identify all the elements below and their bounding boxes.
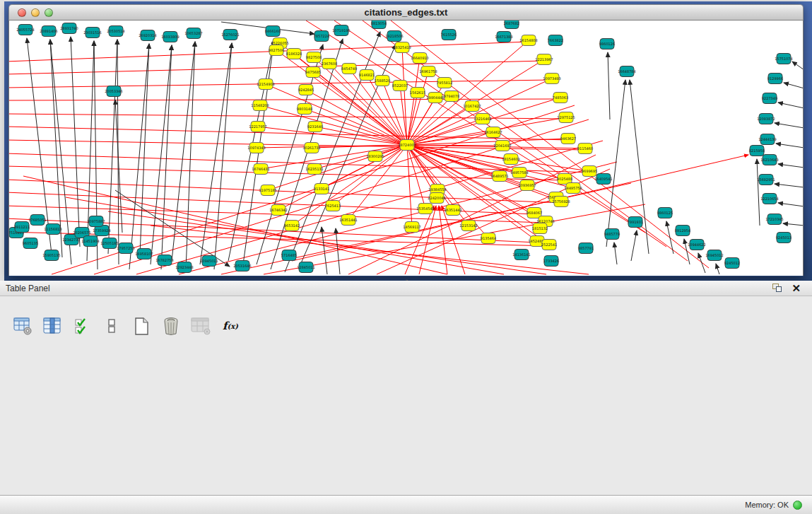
close-panel-icon[interactable]: ✕ <box>792 282 801 295</box>
graph-node[interactable]: 16782753 <box>155 255 173 266</box>
graph-node[interactable]: 8215958 <box>749 146 765 156</box>
graph-node[interactable]: 10974343 <box>247 143 265 153</box>
graph-node[interactable]: 22420046 <box>428 193 445 204</box>
graph-node[interactable]: 10653287 <box>184 28 202 39</box>
graph-node[interactable]: 9146821 <box>359 70 375 81</box>
graph-node[interactable]: 18724007 <box>398 140 416 151</box>
graph-node[interactable]: 10973493 <box>543 74 560 84</box>
graph-node[interactable]: 8186328 <box>286 49 302 59</box>
graph-node[interactable]: 1588520 <box>375 76 390 86</box>
graph-node[interactable]: 11451904 <box>81 236 99 247</box>
graph-node[interactable]: 9133141 <box>314 184 329 194</box>
graph-node[interactable]: 8522037 <box>392 81 408 91</box>
graph-node[interactable]: 15692951 <box>757 175 775 185</box>
graph-node[interactable]: 9605135 <box>23 238 38 249</box>
graph-node[interactable]: 16746342 <box>269 205 287 216</box>
graph-node[interactable]: 15751074 <box>775 54 792 64</box>
graph-node[interactable]: 11156813 <box>44 224 61 235</box>
float-panel-icon[interactable] <box>772 284 782 293</box>
graph-node[interactable]: 13216461 <box>473 114 491 124</box>
graph-node[interactable]: 12444139 <box>758 134 776 145</box>
graph-node[interactable]: 16945012 <box>705 250 723 261</box>
graph-node[interactable]: 9827506 <box>269 45 284 56</box>
graph-node[interactable]: 14495758 <box>564 183 582 194</box>
graph-node[interactable]: 8813054 <box>371 21 387 29</box>
graph-node[interactable]: 12505185 <box>100 238 118 249</box>
row-view-icon[interactable] <box>102 316 122 336</box>
graph-node[interactable]: 9227349 <box>762 93 777 104</box>
graph-node[interactable]: 16154808 <box>519 35 537 46</box>
table-mode-icon[interactable] <box>13 316 33 336</box>
graph-node[interactable]: 20053346 <box>105 86 122 97</box>
graph-node[interactable]: 18300295 <box>366 151 384 162</box>
graph-node[interactable]: 9129966 <box>767 74 783 84</box>
graph-node[interactable]: 19904448 <box>426 93 444 103</box>
graph-node[interactable]: 8912954 <box>675 226 690 236</box>
graph-node[interactable]: 9857791 <box>578 243 594 254</box>
graph-node[interactable]: 10936957 <box>518 180 536 191</box>
graph-node[interactable]: 15276021 <box>221 30 239 40</box>
graph-node[interactable]: 16409541 <box>594 174 612 185</box>
graph-node[interactable]: 1815132 <box>532 223 548 234</box>
graph-node[interactable]: 30261731 <box>302 143 320 153</box>
graph-node[interactable]: 14569117 <box>403 222 420 233</box>
graph-node[interactable]: 17210345 <box>765 214 783 225</box>
graph-node[interactable]: 9794078 <box>444 91 459 102</box>
graph-node[interactable]: 9242845 <box>298 85 314 95</box>
graph-node[interactable]: 16351441 <box>339 215 357 226</box>
graph-node[interactable]: 9231640 <box>307 122 323 132</box>
new-column-icon[interactable] <box>131 316 151 336</box>
graph-node[interactable]: 30975887 <box>87 216 105 227</box>
graph-node[interactable]: 9485779 <box>604 229 620 240</box>
graph-node[interactable]: 16958107 <box>135 249 153 259</box>
graph-node[interactable]: 1733426 <box>543 256 559 267</box>
graph-node[interactable]: 22041697 <box>493 141 511 151</box>
graph-node[interactable]: 16640910 <box>411 53 428 64</box>
graph-node[interactable]: 7857224 <box>314 31 329 42</box>
graph-node[interactable]: 9803148 <box>297 104 312 115</box>
graph-node[interactable]: 16351442 <box>444 205 461 216</box>
graph-node[interactable]: 9463627 <box>560 134 576 144</box>
graph-node[interactable]: 9135464 <box>481 233 496 244</box>
graph-node[interactable]: 16164627 <box>484 127 502 138</box>
graph-node[interactable]: 1562615 <box>410 88 425 98</box>
graph-node[interactable]: 10719195 <box>332 25 350 36</box>
graph-node[interactable]: 9860125 <box>657 208 673 218</box>
graph-node[interactable]: 10944622 <box>688 240 705 250</box>
graph-node[interactable]: 14136141 <box>512 250 530 260</box>
graph-node[interactable]: 2522541 <box>541 240 557 250</box>
show-columns-icon[interactable] <box>42 316 62 336</box>
graph-node[interactable]: 12153142 <box>459 221 477 231</box>
graph-node[interactable]: 18325419 <box>393 42 411 53</box>
graph-node[interactable]: 19218506 <box>385 31 403 42</box>
graph-node[interactable]: 7991931 <box>628 217 643 228</box>
graph-node[interactable]: 7955812 <box>437 78 452 88</box>
graph-node[interactable]: 12213967 <box>535 54 553 65</box>
graph-node[interactable]: 15354543 <box>416 204 434 214</box>
graph-node[interactable]: 9860126 <box>599 39 615 49</box>
graph-node[interactable]: 20531646 <box>233 261 251 271</box>
graph-node[interactable]: 11975185 <box>259 185 276 196</box>
graph-node[interactable]: 7625413 <box>325 201 341 211</box>
graph-node[interactable]: 16961758 <box>419 66 437 77</box>
graph-node[interactable]: 9699695 <box>582 166 597 177</box>
graph-node[interactable]: 17957253 <box>117 243 134 254</box>
graph-node[interactable]: 9245013 <box>776 233 792 243</box>
graph-node[interactable]: 10167427 <box>463 101 481 112</box>
graph-node[interactable]: 12975125 <box>557 112 575 123</box>
graph-node[interactable]: 12845011 <box>297 262 314 273</box>
graph-node[interactable]: 28931740 <box>60 23 78 34</box>
graph-node[interactable]: 2367608 <box>322 59 337 69</box>
graph-node[interactable]: 10945011 <box>200 256 218 267</box>
graph-node[interactable]: 9653142 <box>284 221 300 231</box>
memory-ok-icon[interactable] <box>793 501 802 510</box>
graph-node[interactable]: 9827508 <box>306 52 322 63</box>
graph-node[interactable]: 12154908 <box>257 79 274 90</box>
graph-node[interactable]: 16210643 <box>760 155 778 165</box>
graph-node[interactable]: 12217957 <box>249 122 266 132</box>
graph-node[interactable]: 3911211 <box>14 222 30 233</box>
network-graph-canvas[interactable]: 2405572420891406289317402303151620530514… <box>8 21 804 276</box>
graph-node[interactable]: 15905135 <box>42 250 60 261</box>
function-builder-icon[interactable]: f(x) <box>220 316 240 336</box>
graph-node[interactable]: 18154609 <box>502 154 519 165</box>
